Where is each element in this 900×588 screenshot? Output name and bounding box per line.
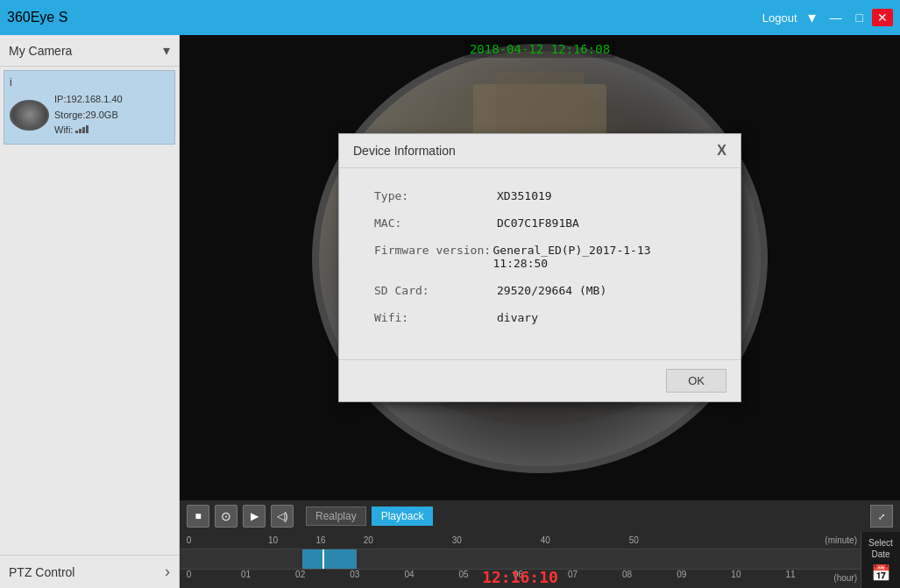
realplay-button[interactable]: Realplay <box>306 507 366 526</box>
ruler-label-0: 0 <box>187 535 192 545</box>
camera-storage: Storge:29.0GB <box>54 108 123 124</box>
ruler-label-50: 50 <box>629 535 639 545</box>
wifi-bars-icon <box>75 124 89 133</box>
logout-button[interactable]: Logout <box>762 11 797 25</box>
wifi-bar-1 <box>75 131 78 133</box>
hour-label-01: 01 <box>241 570 251 579</box>
hour-label-10: 10 <box>731 570 741 579</box>
wifi-bar-3 <box>82 127 85 133</box>
bottom-controls: ■ ⊙ ▶ ◁) Realplay Playback ⤢ <box>180 500 900 588</box>
select-date-text: Select Date <box>868 537 893 560</box>
camera-item-label: i <box>10 76 169 89</box>
minimize-button[interactable]: — <box>825 9 847 26</box>
hour-label-05: 05 <box>459 570 469 579</box>
dialog-titlebar: Device Information X <box>339 134 741 168</box>
camera-ip: IP:192.168.1.40 <box>54 92 123 108</box>
close-button[interactable]: ✕ <box>872 9 893 26</box>
main-layout: My Camera i IP:192.168.1.40 Storge:29.0G… <box>0 35 900 588</box>
titlebar-controls: Logout ▾ — □ ✕ <box>762 8 893 27</box>
hour-label-08: 08 <box>622 570 632 579</box>
timeline-ruler-top: 0 10 16 20 30 40 50 (minute) <box>180 532 861 549</box>
ptz-control-label: PTZ Control <box>9 565 74 579</box>
playback-controls-bar: ■ ⊙ ▶ ◁) Realplay Playback ⤢ <box>180 500 900 532</box>
hour-label-04: 04 <box>404 570 414 579</box>
hour-label-02: 02 <box>295 570 305 579</box>
info-value: divary <box>497 311 538 324</box>
mode-buttons: Realplay Playback <box>306 507 433 526</box>
sidebar-spacer <box>0 150 179 555</box>
dialog-footer: OK <box>339 359 741 401</box>
device-info-dialog: Device Information X Type:XD351019MAC:DC… <box>338 133 741 402</box>
info-row: Firmware version:General_ED(P)_2017-1-13… <box>374 244 705 270</box>
info-row: Wifi:divary <box>374 311 705 324</box>
timeline-ruler-bottom: 0 01 02 03 04 05 06 07 08 09 10 11 (hour… <box>180 569 861 588</box>
ok-button[interactable]: OK <box>666 369 726 393</box>
select-date-panel[interactable]: Select Date 📅 <box>861 532 900 588</box>
info-value: 29520/29664 (MB) <box>497 284 606 297</box>
calendar-icon: 📅 <box>871 563 890 583</box>
info-value: General_ED(P)_2017-1-13 11:28:50 <box>493 244 705 270</box>
timeline-area[interactable]: 0 10 16 20 30 40 50 (minute) <box>180 532 900 588</box>
playback-button[interactable]: Playback <box>372 507 434 526</box>
app-title: 360Eye S <box>7 10 67 25</box>
ptz-control-section[interactable]: PTZ Control <box>0 555 179 588</box>
camera-thumbnail <box>10 100 49 131</box>
audio-button[interactable]: ◁) <box>271 505 294 528</box>
info-row: SD Card:29520/29664 (MB) <box>374 284 705 297</box>
chevron-right-icon <box>165 563 170 581</box>
info-value: XD351019 <box>497 189 552 202</box>
list-item[interactable]: i IP:192.168.1.40 Storge:29.0GB Wifi: <box>4 70 175 145</box>
camera-view-area: 2018-04-12 12:16:08 Device Information X… <box>180 35 900 588</box>
info-label: MAC: <box>374 216 497 230</box>
info-label: SD Card: <box>374 284 497 297</box>
stop-button[interactable]: ■ <box>187 505 209 528</box>
timeline-track[interactable] <box>180 549 861 569</box>
timeline-segment <box>302 549 357 569</box>
timeline-unit-bottom-label: (hour) <box>833 573 857 583</box>
titlebar: 360Eye S Logout ▾ — □ ✕ <box>0 0 900 35</box>
chevron-down-icon <box>163 42 170 59</box>
time-display: 12:16:10 <box>482 568 558 586</box>
dialog-title: Device Information <box>353 144 456 158</box>
camera-info: IP:192.168.1.40 Storge:29.0GB Wifi: <box>54 92 123 138</box>
expand-button[interactable]: ⤢ <box>870 505 893 528</box>
info-value: DC07C1F891BA <box>497 216 579 230</box>
hour-label-0: 0 <box>187 570 192 579</box>
wifi-icon: ▾ <box>808 8 816 27</box>
timeline-main: 0 10 16 20 30 40 50 (minute) <box>180 532 861 588</box>
dialog-overlay: Device Information X Type:XD351019MAC:DC… <box>180 35 900 500</box>
camera-thumb-circle <box>12 102 47 128</box>
info-row: MAC:DC07C1F891BA <box>374 216 705 230</box>
record-button[interactable]: ▶ <box>243 505 266 528</box>
timeline-cursor <box>322 549 324 569</box>
camera-list: i IP:192.168.1.40 Storge:29.0GB Wifi: <box>0 67 179 150</box>
ruler-label-16: 16 <box>315 535 325 545</box>
camera-feed: 2018-04-12 12:16:08 Device Information X… <box>180 35 900 500</box>
info-label: Wifi: <box>374 311 497 324</box>
hour-label-07: 07 <box>568 570 578 579</box>
ruler-label-10: 10 <box>268 535 278 545</box>
my-camera-section[interactable]: My Camera <box>0 35 179 67</box>
snapshot-button[interactable]: ⊙ <box>215 505 237 528</box>
camera-wifi: Wifi: <box>54 123 123 138</box>
hour-label-09: 09 <box>677 570 686 579</box>
hour-label-11: 11 <box>786 570 796 579</box>
my-camera-label: My Camera <box>9 44 72 58</box>
wifi-bar-2 <box>79 129 81 133</box>
maximize-button[interactable]: □ <box>851 9 868 26</box>
dialog-close-button[interactable]: X <box>717 143 726 159</box>
hour-label-03: 03 <box>350 570 359 579</box>
ruler-label-40: 40 <box>541 535 550 545</box>
info-label: Type: <box>374 189 497 202</box>
sidebar: My Camera i IP:192.168.1.40 Storge:29.0G… <box>0 35 180 588</box>
camera-item-inner: IP:192.168.1.40 Storge:29.0GB Wifi: <box>10 92 169 138</box>
dialog-body: Type:XD351019MAC:DC07C1F891BAFirmware ve… <box>339 168 741 359</box>
info-row: Type:XD351019 <box>374 189 705 202</box>
info-label: Firmware version: <box>374 244 493 257</box>
ruler-label-30: 30 <box>452 535 462 545</box>
ruler-label-20: 20 <box>364 535 373 545</box>
wifi-bar-4 <box>86 125 89 133</box>
timeline-unit-label: (minute) <box>825 535 857 545</box>
